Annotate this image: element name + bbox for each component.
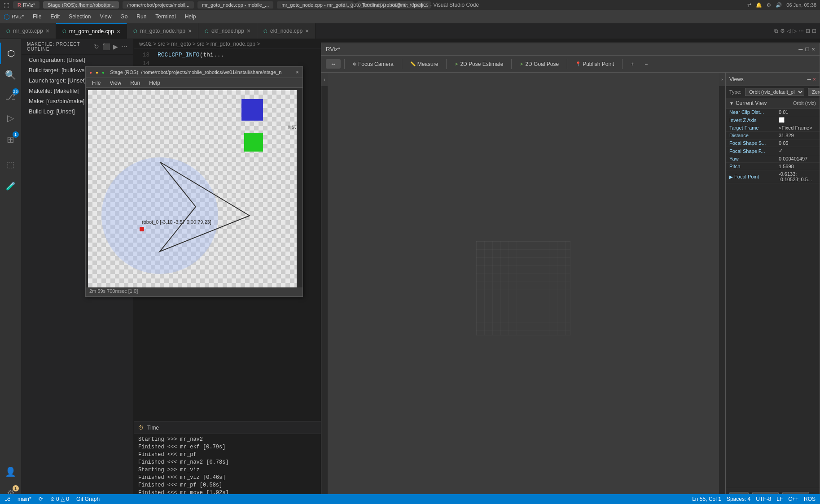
error-count[interactable]: ⊘ 0 △ 0 [50,496,69,502]
sidebar-icon-test[interactable]: 🧪 [0,175,22,197]
tab-ekf-cpp-close[interactable]: × [305,27,309,35]
os-tab-stage-label: Stage (ROS): /home/robot/pr... [48,2,114,8]
os-tab-stage[interactable]: Stage (ROS): /home/robot/pr... [43,1,119,9]
subtract-icon: − [645,61,648,67]
tab-ekf-hpp-close[interactable]: × [247,27,250,35]
menu-view[interactable]: View [96,12,115,22]
tab-settings-icon[interactable]: ⚙ [780,28,785,34]
rviz-prop-6: Yaw 0.000401497 [726,155,820,163]
line-ending[interactable]: LF [776,496,783,502]
toolbar-focus-camera[interactable]: ⊕ Focus Camera [348,60,398,69]
toolbar-2d-goal[interactable]: ➤ 2D Goal Pose [515,60,563,69]
rviz-window: RViz* ─ □ × ↔ ⊕ Focus Camera 📏 Measure ➤… [321,43,820,504]
tab-split-icon[interactable]: ⧉ [774,28,778,34]
prop-label-1: Invert Z Axis [729,117,779,123]
prop-value-5: ✓ [779,148,816,154]
toolbar-add-icon[interactable]: + [626,60,638,69]
rviz-viewport[interactable] [328,73,719,504]
line-col[interactable]: Ln 55, Col 1 [692,496,721,502]
focus-icon: ⊕ [353,61,356,66]
stage-menu-help[interactable]: Help [145,79,164,87]
stage-menubar: File View Run Help [86,78,303,88]
ros-status[interactable]: ROS [804,496,816,502]
sidebar-icons: ⬡ 🔍 ⎇ 25 ▷ ⊞ 1 ⬚ 🧪 👤 ⚙ 1 [0,39,22,504]
tab-mr-goto[interactable]: ⬡ mr_goto.cpp × [0,23,56,39]
stage-maximize-icon[interactable]: ● [102,70,105,75]
stage-canvas[interactable]: robot_0 [-3,10 -3,57 0,00 79,23] xist [88,90,297,287]
sidebar-icon-run[interactable]: ▷ [0,107,22,129]
tab-ekf-hpp[interactable]: ⬡ ekf_node.hpp × [198,23,257,39]
git-graph-label[interactable]: Git Graph [76,496,100,502]
tab-mr-goto-node-close[interactable]: × [117,28,120,35]
os-tab-home[interactable]: /home/robot/projects/mobil... [123,1,194,9]
stage-minimize-icon[interactable]: ● [96,70,98,75]
tab-mr-goto-node[interactable]: ⬡ mr_goto_node.cpp × [56,23,127,39]
rviz-prop-2: Target Frame <Fixed Frame> [726,124,820,132]
menu-selection[interactable]: Selection [65,12,94,22]
rviz-maximize-icon[interactable]: □ [806,46,809,52]
rviz-minimize-icon[interactable]: ─ [798,46,802,52]
views-minimize-icon[interactable]: ─ [807,76,811,83]
tab-more-icon[interactable]: ⋯ [798,28,804,34]
zero-button[interactable]: Zero [808,88,820,96]
tab-mr-goto-hpp[interactable]: ⬡ mr_goto_node.hpp × [127,23,198,39]
rviz-type-row: Type: Orbit (rviz_default_pl Zero [726,86,820,98]
outline-item-0[interactable]: Configuration: [Unset] [22,55,133,65]
stage-menu-view[interactable]: View [106,79,125,87]
sidebar-icon-search[interactable]: 🔍 [0,64,22,86]
panel-play-icon[interactable]: ▶ [113,43,118,50]
menu-file[interactable]: File [29,12,45,22]
sidebar-icon-extensions[interactable]: ⊞ 1 [0,129,22,150]
toolbar-interact[interactable]: ↔ [326,59,341,69]
prop-label-0: Near Clip Dist... [729,109,779,115]
spaces[interactable]: Spaces: 4 [727,496,750,502]
menu-terminal[interactable]: Terminal [152,12,179,22]
search-icon: 🔍 [5,70,16,80]
tab-forward-icon[interactable]: ▷ [793,28,797,34]
encoding[interactable]: UTF-8 [756,496,771,502]
rviz-nav-right[interactable]: › [719,73,725,86]
toolbar-subtract-icon[interactable]: − [640,60,652,69]
sidebar-icon-accounts[interactable]: 👤 [0,461,22,482]
rviz-nav-left[interactable]: ‹ [321,73,328,86]
sidebar-icon-explorer[interactable]: ⬡ [0,43,22,64]
stage-menu-file[interactable]: File [88,79,104,87]
tab-ekf-cpp[interactable]: ⬡ ekf_node.cpp × [257,23,316,39]
tab-mr-goto-close[interactable]: × [46,27,49,35]
sidebar-icon-git[interactable]: ⎇ 25 [0,86,22,107]
sidebar-icon-cmake[interactable]: ⬚ [0,154,22,175]
sync-icon[interactable]: ⟳ [39,496,43,502]
panel-stop-icon[interactable]: ⬛ [102,43,110,50]
menu-help[interactable]: Help [181,12,200,22]
toolbar-2d-pose[interactable]: ➤ 2D Pose Estimate [450,60,508,69]
rviz-close-icon[interactable]: × [811,46,815,52]
rviz-grid [476,241,570,335]
panel-refresh-icon[interactable]: ↻ [94,43,100,50]
panel-more-icon[interactable]: ⋯ [121,43,128,50]
stage-robot-shape [115,135,285,261]
type-select[interactable]: Orbit (rviz_default_pl [745,88,804,96]
tab-back-icon[interactable]: ◁ [787,28,791,34]
tab-expand-icon[interactable]: ⊡ [812,28,816,34]
tab-mr-goto-hpp-icon: ⬡ [133,29,137,34]
views-close-icon[interactable]: × [813,76,816,83]
volume-icon: 🔊 [776,2,782,8]
stage-menu-run[interactable]: Run [127,79,144,87]
git-branch-label[interactable]: main* [18,496,31,502]
menu-edit[interactable]: Edit [47,12,63,22]
invert-z-checkbox[interactable] [779,117,785,123]
stage-close-x[interactable]: × [296,69,299,75]
tab-layout-icon[interactable]: ⊟ [806,28,810,34]
prop-value-4: 0.05 [779,140,816,146]
menu-run[interactable]: Run [133,12,150,22]
stage-close-icon[interactable]: ● [89,70,92,75]
tab-mr-goto-hpp-close[interactable]: × [188,27,192,35]
language[interactable]: C++ [788,496,798,502]
prop-value-2: <Fixed Frame> [779,125,816,130]
menu-go[interactable]: Go [117,12,131,22]
os-tab-rviz[interactable]: R RViz* [13,1,39,9]
toolbar-measure[interactable]: 📏 Measure [406,60,443,69]
toolbar-sep-1 [344,59,345,69]
toolbar-publish-point[interactable]: 📍 Publish Point [571,60,618,69]
os-tab-node1[interactable]: mr_goto_node.cpp - mobile_... [197,1,273,9]
